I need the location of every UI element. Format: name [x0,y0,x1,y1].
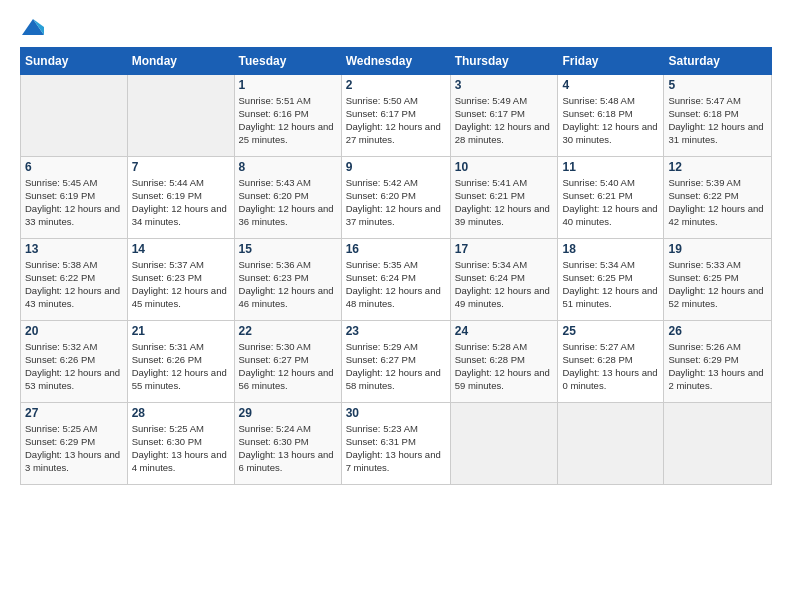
week-row-3: 13Sunrise: 5:38 AMSunset: 6:22 PMDayligh… [21,238,772,320]
day-info: Sunrise: 5:44 AMSunset: 6:19 PMDaylight:… [132,176,230,229]
weekday-header-tuesday: Tuesday [234,47,341,74]
day-number: 13 [25,242,123,256]
calendar-cell [450,402,558,484]
week-row-5: 27Sunrise: 5:25 AMSunset: 6:29 PMDayligh… [21,402,772,484]
day-number: 21 [132,324,230,338]
day-info: Sunrise: 5:34 AMSunset: 6:25 PMDaylight:… [562,258,659,311]
calendar-cell: 8Sunrise: 5:43 AMSunset: 6:20 PMDaylight… [234,156,341,238]
week-row-1: 1Sunrise: 5:51 AMSunset: 6:16 PMDaylight… [21,74,772,156]
calendar-cell: 30Sunrise: 5:23 AMSunset: 6:31 PMDayligh… [341,402,450,484]
calendar-cell: 18Sunrise: 5:34 AMSunset: 6:25 PMDayligh… [558,238,664,320]
calendar-cell: 23Sunrise: 5:29 AMSunset: 6:27 PMDayligh… [341,320,450,402]
day-number: 4 [562,78,659,92]
calendar-cell: 1Sunrise: 5:51 AMSunset: 6:16 PMDaylight… [234,74,341,156]
day-info: Sunrise: 5:32 AMSunset: 6:26 PMDaylight:… [25,340,123,393]
calendar-cell: 28Sunrise: 5:25 AMSunset: 6:30 PMDayligh… [127,402,234,484]
day-number: 22 [239,324,337,338]
day-info: Sunrise: 5:48 AMSunset: 6:18 PMDaylight:… [562,94,659,147]
day-info: Sunrise: 5:43 AMSunset: 6:20 PMDaylight:… [239,176,337,229]
day-info: Sunrise: 5:49 AMSunset: 6:17 PMDaylight:… [455,94,554,147]
day-number: 11 [562,160,659,174]
calendar-cell [558,402,664,484]
weekday-header-sunday: Sunday [21,47,128,74]
day-info: Sunrise: 5:34 AMSunset: 6:24 PMDaylight:… [455,258,554,311]
day-info: Sunrise: 5:38 AMSunset: 6:22 PMDaylight:… [25,258,123,311]
calendar-cell: 5Sunrise: 5:47 AMSunset: 6:18 PMDaylight… [664,74,772,156]
day-info: Sunrise: 5:35 AMSunset: 6:24 PMDaylight:… [346,258,446,311]
calendar-cell [127,74,234,156]
calendar-cell [664,402,772,484]
day-info: Sunrise: 5:25 AMSunset: 6:30 PMDaylight:… [132,422,230,475]
day-number: 8 [239,160,337,174]
day-number: 19 [668,242,767,256]
calendar-cell: 10Sunrise: 5:41 AMSunset: 6:21 PMDayligh… [450,156,558,238]
calendar-cell: 27Sunrise: 5:25 AMSunset: 6:29 PMDayligh… [21,402,128,484]
day-number: 3 [455,78,554,92]
day-number: 24 [455,324,554,338]
calendar-cell: 3Sunrise: 5:49 AMSunset: 6:17 PMDaylight… [450,74,558,156]
week-row-4: 20Sunrise: 5:32 AMSunset: 6:26 PMDayligh… [21,320,772,402]
day-number: 16 [346,242,446,256]
day-info: Sunrise: 5:23 AMSunset: 6:31 PMDaylight:… [346,422,446,475]
calendar-cell: 21Sunrise: 5:31 AMSunset: 6:26 PMDayligh… [127,320,234,402]
day-number: 2 [346,78,446,92]
logo-icon [22,17,44,37]
day-info: Sunrise: 5:28 AMSunset: 6:28 PMDaylight:… [455,340,554,393]
weekday-header-saturday: Saturday [664,47,772,74]
calendar-table: SundayMondayTuesdayWednesdayThursdayFrid… [20,47,772,485]
weekday-header-friday: Friday [558,47,664,74]
calendar-cell: 16Sunrise: 5:35 AMSunset: 6:24 PMDayligh… [341,238,450,320]
calendar-cell: 22Sunrise: 5:30 AMSunset: 6:27 PMDayligh… [234,320,341,402]
day-number: 12 [668,160,767,174]
day-info: Sunrise: 5:42 AMSunset: 6:20 PMDaylight:… [346,176,446,229]
calendar-cell: 7Sunrise: 5:44 AMSunset: 6:19 PMDaylight… [127,156,234,238]
day-number: 14 [132,242,230,256]
day-info: Sunrise: 5:29 AMSunset: 6:27 PMDaylight:… [346,340,446,393]
page-container: SundayMondayTuesdayWednesdayThursdayFrid… [0,0,792,495]
day-number: 15 [239,242,337,256]
day-info: Sunrise: 5:47 AMSunset: 6:18 PMDaylight:… [668,94,767,147]
day-number: 25 [562,324,659,338]
calendar-cell: 17Sunrise: 5:34 AMSunset: 6:24 PMDayligh… [450,238,558,320]
day-number: 6 [25,160,123,174]
week-row-2: 6Sunrise: 5:45 AMSunset: 6:19 PMDaylight… [21,156,772,238]
day-number: 7 [132,160,230,174]
weekday-header-monday: Monday [127,47,234,74]
day-number: 10 [455,160,554,174]
day-info: Sunrise: 5:39 AMSunset: 6:22 PMDaylight:… [668,176,767,229]
calendar-cell: 9Sunrise: 5:42 AMSunset: 6:20 PMDaylight… [341,156,450,238]
calendar-cell: 6Sunrise: 5:45 AMSunset: 6:19 PMDaylight… [21,156,128,238]
day-info: Sunrise: 5:40 AMSunset: 6:21 PMDaylight:… [562,176,659,229]
day-number: 5 [668,78,767,92]
weekday-header-row: SundayMondayTuesdayWednesdayThursdayFrid… [21,47,772,74]
calendar-cell: 4Sunrise: 5:48 AMSunset: 6:18 PMDaylight… [558,74,664,156]
day-number: 20 [25,324,123,338]
calendar-cell: 13Sunrise: 5:38 AMSunset: 6:22 PMDayligh… [21,238,128,320]
calendar-cell: 25Sunrise: 5:27 AMSunset: 6:28 PMDayligh… [558,320,664,402]
calendar-cell: 29Sunrise: 5:24 AMSunset: 6:30 PMDayligh… [234,402,341,484]
day-info: Sunrise: 5:27 AMSunset: 6:28 PMDaylight:… [562,340,659,393]
day-info: Sunrise: 5:50 AMSunset: 6:17 PMDaylight:… [346,94,446,147]
calendar-cell: 15Sunrise: 5:36 AMSunset: 6:23 PMDayligh… [234,238,341,320]
day-info: Sunrise: 5:25 AMSunset: 6:29 PMDaylight:… [25,422,123,475]
calendar-cell [21,74,128,156]
day-number: 9 [346,160,446,174]
calendar-cell: 2Sunrise: 5:50 AMSunset: 6:17 PMDaylight… [341,74,450,156]
day-info: Sunrise: 5:33 AMSunset: 6:25 PMDaylight:… [668,258,767,311]
calendar-body: 1Sunrise: 5:51 AMSunset: 6:16 PMDaylight… [21,74,772,484]
day-number: 18 [562,242,659,256]
calendar-cell: 12Sunrise: 5:39 AMSunset: 6:22 PMDayligh… [664,156,772,238]
weekday-header-thursday: Thursday [450,47,558,74]
day-info: Sunrise: 5:36 AMSunset: 6:23 PMDaylight:… [239,258,337,311]
day-info: Sunrise: 5:45 AMSunset: 6:19 PMDaylight:… [25,176,123,229]
day-number: 30 [346,406,446,420]
day-number: 17 [455,242,554,256]
day-info: Sunrise: 5:41 AMSunset: 6:21 PMDaylight:… [455,176,554,229]
day-number: 29 [239,406,337,420]
day-info: Sunrise: 5:24 AMSunset: 6:30 PMDaylight:… [239,422,337,475]
day-info: Sunrise: 5:30 AMSunset: 6:27 PMDaylight:… [239,340,337,393]
calendar-cell: 11Sunrise: 5:40 AMSunset: 6:21 PMDayligh… [558,156,664,238]
day-info: Sunrise: 5:26 AMSunset: 6:29 PMDaylight:… [668,340,767,393]
day-info: Sunrise: 5:31 AMSunset: 6:26 PMDaylight:… [132,340,230,393]
day-info: Sunrise: 5:37 AMSunset: 6:23 PMDaylight:… [132,258,230,311]
